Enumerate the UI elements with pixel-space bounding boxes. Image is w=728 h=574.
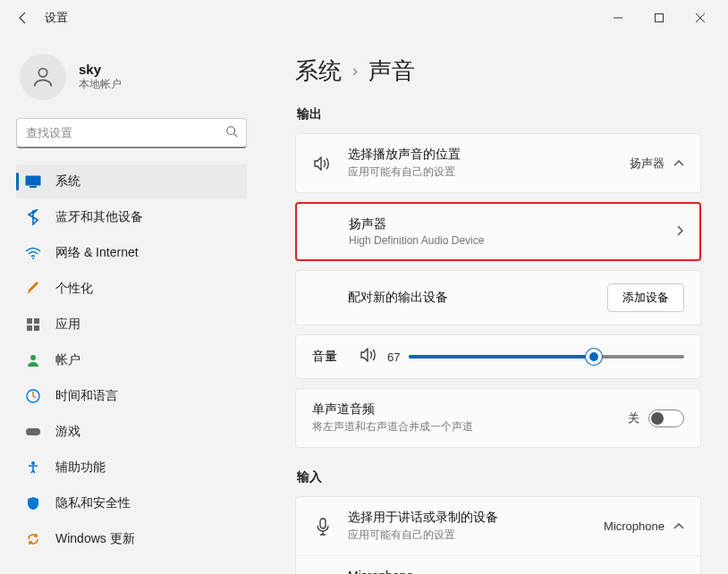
user-account-type: 本地帐户: [79, 77, 122, 92]
nav-privacy[interactable]: 隐私和安全性: [16, 486, 247, 520]
svg-point-2: [38, 69, 47, 77]
window-title: 设置: [45, 10, 68, 26]
brush-icon: [25, 281, 41, 297]
choose-input-row[interactable]: 选择用于讲话或录制的设备 应用可能有自己的设置 Microphone: [296, 497, 700, 555]
nav-personalization[interactable]: 个性化: [16, 272, 247, 306]
mono-audio-row: 单声道音频 将左声道和右声道合并成一个声道 关: [295, 388, 701, 448]
speaker-icon: [312, 156, 334, 171]
nav: 系统 蓝牙和其他设备 网络 & Internet 个性化 应用 帐户 时间和语言…: [16, 165, 247, 556]
avatar: [20, 54, 66, 100]
minimize-button[interactable]: [597, 4, 639, 32]
globe-clock-icon: [25, 388, 41, 404]
user-name: sky: [79, 62, 122, 77]
main-content: 系统 › 声音 输出 选择播放声音的位置 应用可能有自己的设置 扬声器: [259, 36, 728, 574]
svg-point-12: [30, 355, 36, 360]
speaker-device-row[interactable]: 扬声器 High Definition Audio Device: [295, 202, 701, 261]
volume-row: 音量 67: [295, 334, 701, 379]
chevron-right-icon: ›: [352, 62, 358, 80]
choose-output-row[interactable]: 选择播放声音的位置 应用可能有自己的设置 扬声器: [296, 134, 700, 192]
svg-rect-5: [26, 176, 41, 186]
chevron-up-icon: [673, 519, 684, 533]
gamepad-icon: [25, 424, 41, 440]
sidebar: sky 本地帐户 系统 蓝牙和其他设备 网络 & Internet 个性化 应用…: [0, 36, 259, 574]
svg-rect-8: [27, 318, 32, 324]
volume-icon[interactable]: [360, 348, 378, 366]
update-icon: [25, 531, 41, 547]
chevron-up-icon: [673, 156, 684, 170]
nav-network[interactable]: 网络 & Internet: [16, 236, 247, 270]
apps-icon: [25, 317, 41, 333]
chevron-right-icon: [676, 225, 683, 239]
maximize-button[interactable]: [639, 4, 680, 32]
input-device-card: 选择用于讲话或录制的设备 应用可能有自己的设置 Microphone Micro…: [295, 496, 701, 574]
nav-windows-update[interactable]: Windows 更新: [16, 522, 247, 556]
breadcrumb-root[interactable]: 系统: [295, 55, 342, 87]
mono-state-label: 关: [628, 410, 639, 426]
nav-gaming[interactable]: 游戏: [16, 415, 247, 449]
breadcrumb: 系统 › 声音: [295, 55, 701, 87]
svg-point-7: [32, 257, 34, 259]
bluetooth-icon: [25, 209, 41, 225]
svg-line-4: [234, 134, 238, 138]
nav-apps[interactable]: 应用: [16, 308, 247, 342]
close-button[interactable]: [680, 4, 721, 32]
breadcrumb-leaf: 声音: [368, 55, 415, 87]
nav-accessibility[interactable]: 辅助功能: [16, 451, 247, 485]
microphone-device-row[interactable]: Microphone High Definition Audio Device: [296, 555, 700, 574]
pair-output-row: 配对新的输出设备 添加设备: [295, 270, 701, 325]
svg-rect-14: [26, 428, 40, 435]
search-wrap: [16, 118, 247, 148]
window-controls: [597, 4, 721, 32]
wifi-icon: [25, 245, 41, 261]
search-icon: [225, 125, 238, 141]
titlebar: 设置: [0, 0, 728, 36]
svg-rect-9: [34, 318, 39, 324]
svg-rect-6: [30, 186, 37, 188]
output-selected-value: 扬声器: [630, 156, 665, 172]
svg-rect-11: [34, 325, 39, 331]
nav-bluetooth[interactable]: 蓝牙和其他设备: [16, 200, 247, 234]
add-device-button[interactable]: 添加设备: [607, 283, 684, 312]
mono-toggle[interactable]: [648, 409, 684, 427]
back-button[interactable]: [7, 2, 39, 34]
nav-system[interactable]: 系统: [16, 165, 247, 198]
system-icon: [25, 173, 41, 190]
volume-value: 67: [387, 350, 400, 364]
shield-icon: [25, 495, 41, 511]
settings-window: 设置 sky 本地帐户 系统 蓝牙和其他设: [0, 0, 728, 574]
slider-thumb[interactable]: [586, 349, 602, 365]
nav-time-language[interactable]: 时间和语言: [16, 379, 247, 413]
output-section-title: 输出: [297, 106, 701, 122]
input-selected-value: Microphone: [604, 519, 665, 533]
svg-point-15: [31, 461, 35, 465]
person-icon: [25, 352, 41, 368]
svg-point-3: [227, 127, 235, 135]
nav-accounts[interactable]: 帐户: [16, 343, 247, 377]
volume-slider[interactable]: [409, 355, 684, 359]
accessibility-icon: [25, 460, 41, 476]
search-input[interactable]: [16, 118, 247, 148]
input-section-title: 输入: [297, 469, 701, 485]
user-profile[interactable]: sky 本地帐户: [16, 45, 247, 118]
microphone-icon: [312, 518, 334, 536]
svg-rect-10: [27, 325, 32, 331]
output-device-card: 选择播放声音的位置 应用可能有自己的设置 扬声器: [295, 133, 701, 193]
svg-rect-1: [656, 14, 664, 22]
svg-rect-16: [320, 519, 326, 528]
